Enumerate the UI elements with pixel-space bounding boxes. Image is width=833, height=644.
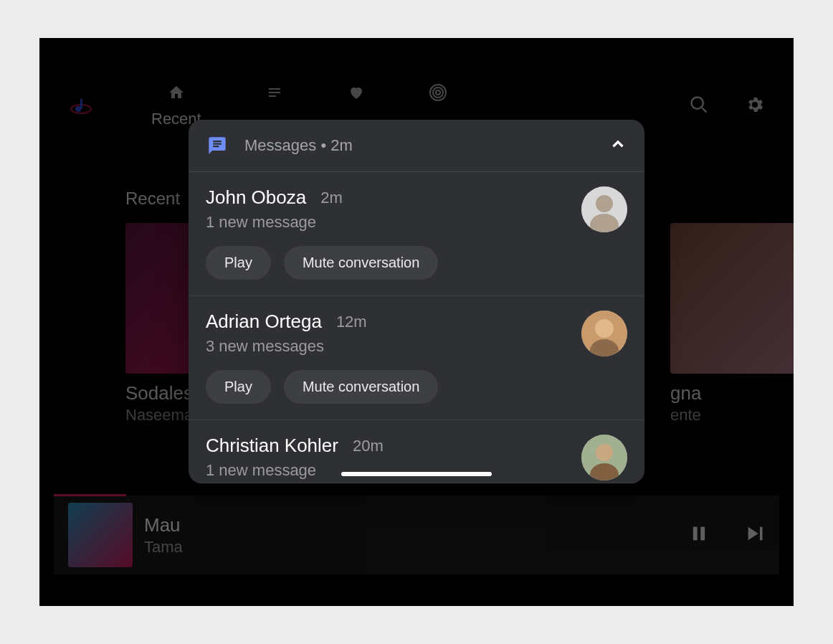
svg-point-4	[433, 87, 443, 98]
chevron-up-icon[interactable]	[609, 135, 627, 156]
notification-time: 2m	[320, 189, 343, 207]
play-button[interactable]: Play	[206, 246, 271, 280]
device-frame: Recent	[39, 38, 794, 606]
search-icon[interactable]	[689, 95, 709, 118]
notification-header-title: Messages • 2m	[244, 136, 353, 155]
mute-button[interactable]: Mute conversation	[284, 370, 438, 404]
svg-point-1	[75, 106, 81, 112]
player-controls	[689, 524, 765, 546]
album-art[interactable]	[68, 503, 133, 567]
card-subtitle: ente	[670, 406, 794, 425]
avatar	[581, 186, 627, 232]
svg-rect-8	[700, 527, 705, 541]
notification-sender: Adrian Ortega	[206, 311, 322, 333]
heart-icon	[348, 84, 365, 105]
notification-panel: Messages • 2m John Oboza 2m 1 new messag…	[189, 120, 644, 483]
svg-point-16	[596, 444, 613, 461]
svg-point-6	[692, 98, 703, 109]
player-bar: Mau Tama	[54, 496, 779, 574]
play-button[interactable]: Play	[206, 370, 271, 404]
player-title: Mau	[144, 514, 183, 536]
svg-point-10	[596, 195, 613, 212]
notification-subtitle: 1 new message	[206, 461, 627, 480]
notification-subtitle: 3 new messages	[206, 337, 627, 356]
radio-icon	[429, 84, 447, 105]
pause-icon[interactable]	[689, 524, 709, 546]
notification-sender: John Oboza	[206, 186, 306, 209]
svg-rect-7	[693, 527, 698, 541]
notification-actions: Play Mute conversation	[206, 370, 627, 404]
card-title: gna	[670, 382, 794, 404]
home-icon	[168, 84, 185, 105]
notification-item[interactable]: John Oboza 2m 1 new message Play Mute co…	[189, 172, 644, 296]
notification-actions: Play Mute conversation	[206, 246, 627, 280]
player-meta: Mau Tama	[144, 514, 183, 557]
messages-app-icon	[206, 134, 229, 157]
avatar	[581, 311, 627, 356]
player-subtitle: Tama	[144, 538, 183, 557]
next-icon[interactable]	[745, 524, 765, 546]
notification-time: 20m	[353, 437, 384, 455]
library-icon	[266, 84, 283, 105]
avatar	[581, 435, 627, 480]
app-logo-icon	[68, 93, 94, 119]
notification-time: 12m	[336, 313, 367, 331]
card-thumb	[670, 223, 794, 374]
notification-subtitle: 1 new message	[206, 213, 627, 232]
svg-rect-2	[80, 99, 82, 109]
notification-header[interactable]: Messages • 2m	[189, 120, 644, 172]
svg-point-13	[595, 319, 614, 338]
notification-sender: Christian Kohler	[206, 435, 338, 457]
home-indicator[interactable]	[341, 472, 492, 476]
settings-icon[interactable]	[745, 95, 765, 118]
top-nav-right	[689, 95, 765, 118]
progress-line	[54, 494, 126, 496]
notification-item[interactable]: Adrian Ortega 12m 3 new messages Play Mu…	[189, 296, 644, 420]
svg-point-3	[436, 90, 440, 95]
media-card[interactable]: gna ente	[670, 223, 794, 425]
mute-button[interactable]: Mute conversation	[284, 246, 438, 280]
